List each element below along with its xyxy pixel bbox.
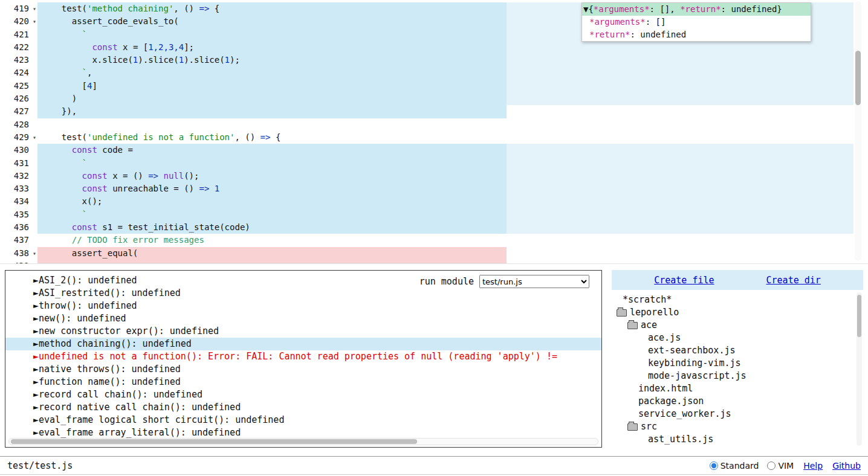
scrollbar-thumb[interactable] — [11, 439, 417, 444]
line-number: 439 — [0, 260, 37, 264]
evaluation-highlight — [37, 105, 507, 118]
test-result-row[interactable]: ►function name(): undefined — [5, 376, 601, 388]
file-tree-file[interactable]: service_worker.js — [612, 408, 863, 420]
test-result-row[interactable]: ►new constructor expr(): undefined — [5, 325, 601, 338]
line-number: 421 — [0, 28, 37, 41]
file-label: leporello — [630, 306, 679, 319]
fold-marker-icon[interactable]: ▾ — [33, 131, 36, 144]
code-line[interactable]: 429▾ test('undefined is not a function',… — [0, 131, 868, 144]
test-result-row[interactable]: ►record native call chain(): undefined — [5, 401, 601, 414]
fold-marker-icon[interactable]: ▾ — [33, 247, 36, 260]
file-tree-folder[interactable]: ace — [612, 319, 863, 332]
file-tree-file[interactable]: ace.js — [612, 332, 863, 344]
current-file-label: test/test.js — [7, 460, 73, 471]
code-line[interactable]: 434 x(); — [0, 195, 868, 208]
code-text: ` — [51, 157, 87, 170]
mode-option-standard[interactable]: Standard — [710, 461, 759, 471]
code-line[interactable]: 427 }), — [0, 105, 868, 118]
file-tree-file[interactable]: index.html — [612, 382, 863, 395]
code-line[interactable]: 433 const unreachable = () => 1 — [0, 182, 868, 195]
code-line[interactable]: 426 ) — [0, 92, 868, 105]
tooltip-value-row: *arguments*: [] — [582, 16, 811, 28]
file-label: *scratch* — [623, 294, 672, 306]
evaluation-highlight — [507, 41, 853, 54]
test-result-row[interactable]: ►eval_frame logical short circuit(): und… — [5, 414, 601, 426]
files-vertical-scrollbar[interactable] — [857, 292, 862, 446]
code-text: ) — [51, 92, 77, 105]
evaluation-highlight — [37, 80, 507, 92]
tooltip-header-row[interactable]: ▼{*arguments*: [], *return*: undefined} — [582, 3, 811, 16]
run-module-label: run module — [419, 276, 474, 287]
file-tree-folder[interactable]: leporello — [612, 306, 863, 319]
code-line[interactable]: 430 const code = — [0, 144, 868, 156]
value-tooltip: ▼{*arguments*: [], *return*: undefined}*… — [581, 2, 811, 42]
console-horizontal-scrollbar[interactable] — [8, 438, 598, 445]
run-module-select[interactable]: test/run.js — [479, 275, 589, 288]
code-line[interactable]: 431 ` — [0, 157, 868, 170]
scrollbar-thumb[interactable] — [857, 295, 861, 337]
code-line[interactable]: 435 ` — [0, 208, 868, 221]
github-link[interactable]: Github — [832, 461, 861, 471]
file-tree-folder[interactable]: src — [612, 420, 863, 433]
code-line[interactable]: 437 // TODO fix error messages — [0, 234, 868, 246]
test-result-row[interactable]: ►throw(): undefined — [5, 300, 601, 312]
file-tree-file[interactable]: ext-searchbox.js — [612, 344, 863, 357]
file-tree-file[interactable]: keybinding-vim.js — [612, 357, 863, 370]
line-number: 424 — [0, 66, 37, 79]
mode-radio[interactable] — [710, 462, 718, 470]
line-number: 437 — [0, 234, 37, 246]
code-text: x.slice(1).slice(1).slice(1); — [51, 54, 240, 66]
file-label: keybinding-vim.js — [648, 357, 741, 370]
test-result-row[interactable]: ►ASI_restrited(): undefined — [5, 287, 601, 300]
folder-icon — [617, 309, 627, 317]
code-text: const s1 = test_initial_state(code) — [51, 221, 250, 234]
code-text: const x = () => null(); — [51, 170, 199, 182]
console-panel: run module test/run.js ►ASI_2(): undefin… — [5, 270, 602, 448]
file-tree-file[interactable]: ast_utils.js — [612, 433, 863, 446]
code-line[interactable]: 423 x.slice(1).slice(1).slice(1); — [0, 54, 868, 66]
line-number: 420▾ — [0, 15, 37, 28]
code-line[interactable]: 428 — [0, 118, 868, 131]
file-label: service_worker.js — [638, 408, 731, 420]
evaluation-highlight — [507, 170, 853, 182]
evaluation-highlight — [507, 144, 853, 156]
test-result-row[interactable]: ►new(): undefined — [5, 312, 601, 325]
fold-marker-icon[interactable]: ▾ — [33, 2, 36, 15]
code-text: assert_code_evals_to( — [51, 15, 179, 28]
file-tree-file[interactable]: *scratch* — [612, 294, 863, 306]
error-highlight — [37, 260, 507, 264]
create-dir-link[interactable]: Create dir — [766, 275, 821, 286]
code-text: [4] — [51, 80, 97, 92]
test-result-row[interactable]: ►record call chain(): undefined — [5, 388, 601, 401]
code-line[interactable]: 439 — [0, 260, 868, 264]
code-text: x(); — [51, 195, 102, 208]
test-result-row[interactable]: ►eval_frame array_literal(): undefined — [5, 426, 601, 439]
evaluation-highlight — [507, 195, 853, 208]
help-link[interactable]: Help — [803, 461, 823, 471]
test-result-row[interactable]: ►native throws(): undefined — [5, 363, 601, 376]
scrollbar-thumb[interactable] — [855, 51, 861, 105]
code-line[interactable]: 432 const x = () => null(); — [0, 170, 868, 182]
code-line[interactable]: 438▾ assert_equal( — [0, 247, 868, 260]
code-text: test('undefined is not a function', () =… — [51, 131, 280, 144]
line-number: 436 — [0, 221, 37, 234]
mode-radio[interactable] — [767, 462, 776, 470]
file-tree-file[interactable]: package.json — [612, 395, 863, 408]
code-line[interactable]: 425 [4] — [0, 80, 868, 92]
editor-vertical-scrollbar[interactable] — [855, 1, 861, 261]
test-result-row[interactable]: ►undefined is not a function(): Error: F… — [5, 350, 601, 363]
file-label: ace — [641, 319, 657, 332]
test-result-row[interactable]: ►method chaining(): undefined — [5, 338, 601, 350]
file-tree-file[interactable]: mode-javascript.js — [612, 370, 863, 382]
code-line[interactable]: 422 const x = [1,2,3,4]; — [0, 41, 868, 54]
create-file-link[interactable]: Create file — [654, 275, 714, 286]
file-label: ext-searchbox.js — [648, 344, 736, 357]
file-label: ast_utils.js — [648, 433, 713, 446]
mode-option-vim[interactable]: VIM — [767, 461, 794, 471]
fold-marker-icon[interactable]: ▾ — [33, 15, 36, 28]
code-line[interactable]: 424 `, — [0, 66, 868, 79]
code-editor[interactable]: 419▾ test('method chaining', () => {420▾… — [0, 0, 868, 264]
code-text: test('method chaining', () => { — [51, 2, 219, 15]
code-line[interactable]: 436 const s1 = test_initial_state(code) — [0, 221, 868, 234]
evaluation-highlight — [37, 66, 507, 79]
